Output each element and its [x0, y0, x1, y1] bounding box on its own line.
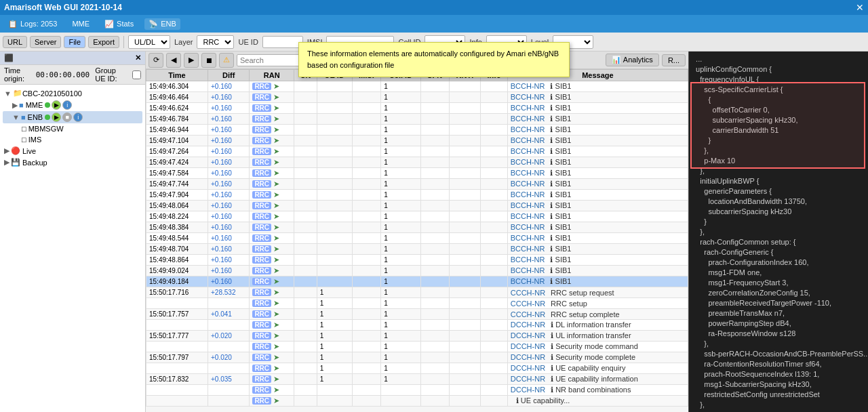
- table-row[interactable]: 15:49:46.304+0.160RRC ➤1BCCH-NRℹ SIB1: [146, 81, 688, 92]
- table-cell: RRC ➤: [250, 244, 294, 255]
- table-row[interactable]: 15:49:47.904+0.160RRC ➤1BCCH-NRℹ SIB1: [146, 190, 688, 201]
- forward-btn[interactable]: ▶: [184, 53, 199, 68]
- export-button[interactable]: Export: [88, 36, 119, 48]
- back-btn[interactable]: ◀: [166, 53, 181, 68]
- direction-select[interactable]: UL/DLULDL: [128, 35, 170, 49]
- table-row[interactable]: 15:49:46.944+0.160RRC ➤1BCCH-NRℹ SIB1: [146, 125, 688, 136]
- table-row[interactable]: 15:50:17.716+28.532RRC ➤11CCCH-NRRRC set…: [146, 287, 688, 298]
- stop-btn[interactable]: ⏹: [201, 53, 216, 68]
- table-row[interactable]: RRC ➤11DCCH-NRℹ Security mode command: [146, 342, 688, 352]
- panel-close[interactable]: ✕: [135, 54, 141, 62]
- warning-btn[interactable]: ⚠: [219, 53, 234, 68]
- table-cell: 15:49:49.024: [146, 266, 208, 276]
- sidebar-item-live[interactable]: ▶ 🔴 Live: [3, 145, 142, 157]
- logs-menu-item[interactable]: 📋 Logs: 2053: [4, 18, 61, 30]
- table-row[interactable]: 15:49:47.584+0.160RRC ➤1BCCH-NRℹ SIB1: [146, 168, 688, 179]
- table-cell: +0.160: [208, 276, 250, 287]
- mme-menu-item[interactable]: MME: [68, 18, 94, 29]
- table-cell: 15:49:48.704: [146, 244, 208, 255]
- enb-stop-btn[interactable]: ■: [62, 112, 72, 122]
- table-cell: [449, 309, 481, 320]
- table-row[interactable]: 15:49:48.704+0.160RRC ➤1BCCH-NRℹ SIB1: [146, 244, 688, 255]
- group-ue-checkbox[interactable]: [132, 70, 141, 79]
- table-row[interactable]: 15:49:47.264+0.160RRC ➤1BCCH-NRℹ SIB1: [146, 146, 688, 157]
- sidebar-item-mme[interactable]: ▶ ■ MME ▶ i: [3, 99, 142, 111]
- server-button[interactable]: Server: [30, 36, 61, 48]
- table-row[interactable]: 15:49:48.384+0.160RRC ➤1BCCH-NRℹ SIB1: [146, 222, 688, 233]
- table-cell: BCCH-NRℹ SIB1: [507, 157, 688, 168]
- mme-play-btn[interactable]: ▶: [52, 100, 61, 110]
- table-cell: [352, 287, 381, 298]
- table-row[interactable]: RRC ➤ℹ UE capability...: [146, 396, 688, 407]
- sidebar-item-ims[interactable]: □ IMS: [3, 134, 142, 145]
- table-row[interactable]: 15:49:48.864+0.160RRC ➤1BCCH-NRℹ SIB1: [146, 255, 688, 266]
- tree-root[interactable]: ▼ 📁 CBC-2021050100: [3, 87, 142, 99]
- table-row[interactable]: 15:50:17.757+0.041RRC ➤11CCCH-NRRRC setu…: [146, 309, 688, 320]
- table-row[interactable]: RRC ➤DCCH-NRℹ NR band combinations: [146, 385, 688, 396]
- backup-arrow[interactable]: ▶: [4, 158, 9, 167]
- table-cell: +0.020: [208, 352, 250, 363]
- table-cell: [146, 385, 208, 396]
- refresh-btn[interactable]: ⟳: [149, 53, 163, 68]
- log-table-container[interactable]: Time Diff RAN CN UE ID IMSI Cell ID SFN …: [146, 69, 688, 412]
- table-cell: [449, 276, 481, 287]
- table-cell: [420, 309, 449, 320]
- enb-menu-item[interactable]: 📡 ENB: [144, 18, 180, 30]
- table-cell: [317, 276, 352, 287]
- table-cell: DCCH-NRℹ NR band combinations: [507, 385, 688, 396]
- table-cell: +0.160: [208, 255, 250, 266]
- table-cell: [481, 363, 507, 374]
- url-button[interactable]: URL: [3, 36, 27, 48]
- table-cell: +0.160: [208, 157, 250, 168]
- table-row[interactable]: 15:49:46.464+0.160RRC ➤1BCCH-NRℹ SIB1: [146, 92, 688, 103]
- stats-menu-item[interactable]: 📈 Stats: [100, 18, 138, 30]
- table-cell: [146, 298, 208, 309]
- table-cell: [381, 385, 420, 396]
- layer-select[interactable]: RRCMACPHY: [197, 35, 234, 49]
- enb-arrow[interactable]: ▼: [12, 113, 20, 121]
- table-row[interactable]: 15:49:48.544+0.160RRC ➤1BCCH-NRℹ SIB1: [146, 233, 688, 244]
- col-diff: Diff: [208, 70, 250, 81]
- code-line: frequencyInfoUL {: [692, 75, 865, 85]
- table-row[interactable]: 15:49:47.744+0.160RRC ➤1BCCH-NRℹ SIB1: [146, 179, 688, 190]
- table-cell: [352, 363, 381, 374]
- table-row[interactable]: 15:49:49.024+0.160RRC ➤1BCCH-NRℹ SIB1: [146, 266, 688, 276]
- enb-info-btn[interactable]: i: [73, 112, 83, 122]
- sidebar-item-backup[interactable]: ▶ 💾 Backup: [3, 157, 142, 168]
- mme-info-btn[interactable]: i: [62, 100, 72, 110]
- table-row[interactable]: 15:49:49.184+0.160RRC ➤1BCCH-NRℹ SIB1: [146, 276, 688, 287]
- titlebar: Amarisoft Web GUI 2021-10-14 ✕: [0, 0, 868, 15]
- close-icon[interactable]: ✕: [856, 2, 864, 13]
- table-row[interactable]: 15:50:17.832+0.035RRC ➤11DCCH-NRℹ UE cap…: [146, 374, 688, 385]
- table-cell: [449, 298, 481, 309]
- table-cell: [420, 352, 449, 363]
- root-arrow[interactable]: ▼: [4, 89, 12, 98]
- table-row[interactable]: RRC ➤11CCCH-NRRRC setup: [146, 298, 688, 309]
- table-row[interactable]: 15:50:17.777+0.020RRC ➤11DCCH-NRℹ UL inf…: [146, 331, 688, 342]
- table-row[interactable]: 15:49:47.104+0.160RRC ➤1BCCH-NRℹ SIB1: [146, 136, 688, 146]
- table-row[interactable]: 15:50:17.797+0.020RRC ➤11DCCH-NRℹ Securi…: [146, 352, 688, 363]
- reload-btn[interactable]: R...: [662, 54, 686, 66]
- table-row[interactable]: RRC ➤11DCCH-NRℹ UE capability enquiry: [146, 363, 688, 374]
- right-panel[interactable]: ... uplinkConfigCommon { frequencyInfoUL…: [688, 52, 868, 412]
- code-line: },: [692, 227, 865, 237]
- mme-arrow[interactable]: ▶: [12, 101, 18, 110]
- table-row[interactable]: 15:49:47.424+0.160RRC ➤1BCCH-NRℹ SIB1: [146, 157, 688, 168]
- ue-id-input[interactable]: [262, 36, 303, 48]
- table-row[interactable]: 15:49:46.624+0.160RRC ➤1BCCH-NRℹ SIB1: [146, 103, 688, 114]
- table-cell: [294, 125, 317, 136]
- analytics-btn[interactable]: 📊 Analytics: [606, 54, 658, 66]
- sidebar-item-enb[interactable]: ▼ ■ ENB ▶ ■ i: [3, 111, 142, 123]
- live-arrow[interactable]: ▶: [4, 146, 9, 155]
- table-row[interactable]: 15:49:48.224+0.160RRC ➤1BCCH-NRℹ SIB1: [146, 211, 688, 222]
- table-row[interactable]: RRC ➤11DCCH-NRℹ DL information transfer: [146, 320, 688, 331]
- file-button[interactable]: File: [64, 36, 85, 48]
- table-row[interactable]: 15:49:48.064+0.160RRC ➤1BCCH-NRℹ SIB1: [146, 201, 688, 211]
- table-row[interactable]: 15:49:46.784+0.160RRC ➤1BCCH-NRℹ SIB1: [146, 114, 688, 125]
- code-line: offsetToCarrier 0,: [692, 105, 865, 115]
- enb-play-btn[interactable]: ▶: [52, 112, 61, 122]
- mbmsgw-icon: □: [22, 125, 26, 133]
- sidebar-item-mbmsgw[interactable]: □ MBMSGW: [3, 123, 142, 134]
- table-cell: [449, 396, 481, 407]
- table-cell: [481, 179, 507, 190]
